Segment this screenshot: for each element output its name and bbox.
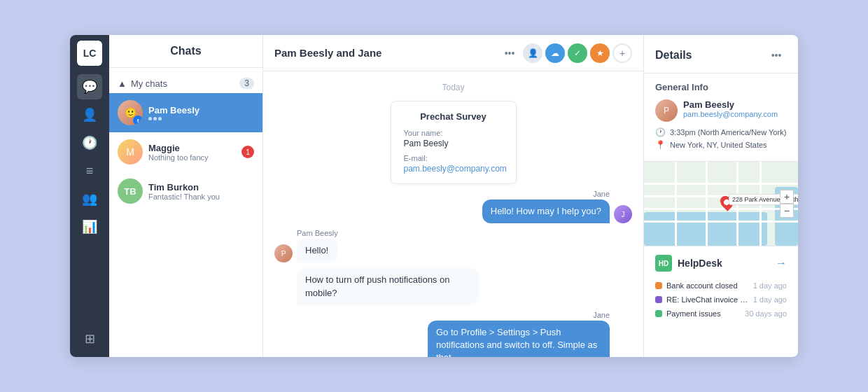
details-title: Details <box>655 49 692 62</box>
general-info-section: General Info P Pam Beesly pam.beesly@com… <box>644 74 798 162</box>
sidebar-icon-apps[interactable]: ⊞ <box>77 326 102 351</box>
header-integration-icon-2[interactable]: ★ <box>590 43 610 63</box>
helpdesk-item-time-2: 1 day ago <box>753 295 787 304</box>
user-info-text: Pam Beesly pam.beesly@company.com <box>683 99 778 118</box>
message-bubble-wrap-jane-1: Jane Hello! How may I help you? <box>482 190 610 223</box>
sidebar-icon-analytics[interactable]: 📊 <box>77 214 102 239</box>
sidebar-icon-clock[interactable]: 🕐 <box>77 130 102 155</box>
helpdesk-item-1[interactable]: Bank account closed 1 day ago <box>655 279 787 293</box>
right-panel: Details ••• General Info P Pam Beesly pa… <box>644 35 798 357</box>
prechat-name-value: Pam Beesly <box>404 139 503 148</box>
helpdesk-title-row: HD HelpDesk <box>655 255 722 272</box>
helpdesk-name: HelpDesk <box>678 258 722 269</box>
unread-badge-maggie: 1 <box>241 146 254 158</box>
chat-name-pam: Pam Beesly <box>148 105 254 115</box>
header-integration-icon-1[interactable]: ✓ <box>568 43 587 63</box>
helpdesk-item-text-2: RE: LiveChat invoice rece... <box>666 295 750 304</box>
general-info-title: General Info <box>655 82 787 92</box>
helpdesk-logo: HD <box>655 255 672 272</box>
message-row-jane-1: J Jane Hello! How may I help you? <box>274 190 632 223</box>
helpdesk-arrow-icon[interactable]: → <box>776 257 787 270</box>
location-icon: 📍 <box>655 140 666 150</box>
my-chats-section: ▲ My chats 3 🙂 f Pam Beesly <box>109 68 262 216</box>
facebook-badge: f <box>133 115 143 125</box>
user-email[interactable]: pam.beesly@company.com <box>683 110 778 118</box>
date-divider: Today <box>274 83 632 92</box>
header-salesforce-icon[interactable]: ☁ <box>545 43 565 63</box>
chat-header-icons: ••• 👤 ☁ ✓ ★ + <box>499 43 632 64</box>
map-container[interactable]: 228 Park Avenue South + − <box>644 162 798 246</box>
helpdesk-item-2[interactable]: RE: LiveChat invoice rece... 1 day ago <box>655 293 787 307</box>
map-zoom-in[interactable]: + <box>780 190 794 204</box>
sidebar-icon-contacts[interactable]: 👤 <box>77 102 102 127</box>
chat-item-tim[interactable]: TB Tim Burkon Fantastic! Thank you <box>109 172 262 211</box>
chat-info-pam: Pam Beesly <box>148 105 254 120</box>
map-background: 228 Park Avenue South + − <box>644 162 798 246</box>
prechat-email-value: pam.beesly@company.com <box>404 164 503 174</box>
chat-avatar-maggie: M <box>118 139 143 164</box>
message-bubble-wrap-jane-2: Jane Go to Profile > Settings > Push not… <box>428 311 610 357</box>
user-name: Pam Beesly <box>683 99 778 110</box>
chats-panel-header: Chats <box>109 35 262 68</box>
message-sender-jane: Jane <box>482 190 610 198</box>
header-person-icon[interactable]: 👤 <box>523 43 542 63</box>
app-sidebar: LC 💬 👤 🕐 ≡ 👥 📊 ⊞ <box>70 35 109 357</box>
app-logo: LC <box>77 41 102 66</box>
helpdesk-item-3[interactable]: Payment issues 30 days ago <box>655 307 787 321</box>
my-chats-text: My chats <box>131 78 167 89</box>
map-road-v1 <box>675 162 677 246</box>
my-chats-label[interactable]: ▲ My chats 3 <box>109 74 262 93</box>
user-location: New York, NY, United States <box>670 141 767 149</box>
chat-main: Pam Beesly and Jane ••• 👤 ☁ ✓ ★ + Today … <box>263 35 644 357</box>
header-add-integration-button[interactable]: + <box>612 43 632 63</box>
message-row-pam-2: How to turn off push notifications on mo… <box>274 268 632 304</box>
helpdesk-item-time-3: 30 days ago <box>745 309 787 318</box>
prechat-email-label: E-mail: <box>404 154 503 162</box>
message-avatar-pam: P <box>274 244 293 262</box>
helpdesk-item-text-1: Bank account closed <box>666 281 738 290</box>
user-info-row: P Pam Beesly pam.beesly@company.com <box>655 99 787 122</box>
message-row-pam-1: P Pam Beesly Hello! <box>274 229 632 262</box>
message-bubble-jane-1: Hello! How may I help you? <box>482 200 610 223</box>
map-controls: + − <box>780 190 794 218</box>
helpdesk-item-time-1: 1 day ago <box>753 281 787 290</box>
message-row-jane-2: J Jane Go to Profile > Settings > Push n… <box>274 311 632 357</box>
map-road-h1 <box>644 183 798 185</box>
chat-item-maggie[interactable]: M Maggie Nothing too fancy 1 <box>109 132 262 172</box>
user-avatar-large: P <box>655 99 678 122</box>
user-location-row: 📍 New York, NY, United States <box>655 140 787 150</box>
prechat-title: Prechat Survey <box>404 111 503 122</box>
chat-avatar-pam: 🙂 f <box>118 100 143 125</box>
details-more-button[interactable]: ••• <box>766 45 787 66</box>
chat-info-tim: Tim Burkon Fantastic! Thank you <box>148 182 254 201</box>
chat-preview-maggie: Nothing too fancy <box>148 153 236 162</box>
map-road-v2 <box>706 162 708 246</box>
sidebar-icon-reports[interactable]: ≡ <box>77 158 102 183</box>
right-panel-header: Details ••• <box>644 35 798 74</box>
map-zoom-out[interactable]: − <box>780 204 794 218</box>
chat-messages: Today Prechat Survey Your name: Pam Bees… <box>263 71 643 357</box>
sidebar-icon-chat[interactable]: 💬 <box>77 74 102 99</box>
prechat-name-label: Your name: <box>404 129 503 137</box>
more-options-button[interactable]: ••• <box>499 43 520 64</box>
message-bubble-wrap-pam-2: How to turn off push notifications on mo… <box>297 268 479 304</box>
prechat-survey: Prechat Survey Your name: Pam Beesly E-m… <box>391 101 517 184</box>
helpdesk-dot-green <box>655 310 662 317</box>
my-chats-count: 3 <box>239 78 254 89</box>
message-bubble-jane-2: Go to Profile > Settings > Push notifica… <box>428 321 610 357</box>
clock-icon: 🕐 <box>655 127 666 137</box>
chat-header: Pam Beesly and Jane ••• 👤 ☁ ✓ ★ + <box>263 35 643 71</box>
typing-indicator <box>148 117 254 120</box>
helpdesk-section: HD HelpDesk → Bank account closed 1 day … <box>644 246 798 329</box>
chat-name-maggie: Maggie <box>148 143 236 153</box>
message-avatar-jane: J <box>614 205 632 223</box>
chat-avatar-tim: TB <box>118 178 143 204</box>
chats-panel: Chats ▲ My chats 3 🙂 f Pam Beesly <box>109 35 263 357</box>
map-road-h4 <box>644 220 798 223</box>
message-sender-jane-2: Jane <box>428 311 610 319</box>
helpdesk-dot-orange <box>655 282 662 289</box>
user-time: 3:33pm (North America/New York) <box>670 128 786 136</box>
sidebar-icon-team[interactable]: 👥 <box>77 186 102 211</box>
map-road-h3 <box>644 208 798 210</box>
chat-item-pam[interactable]: 🙂 f Pam Beesly <box>109 93 262 132</box>
